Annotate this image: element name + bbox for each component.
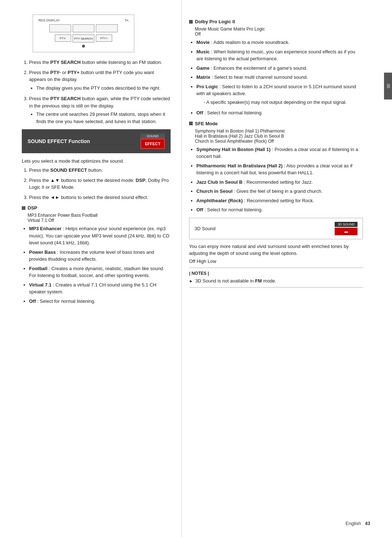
pty-search-bold1: PTY SEARCH bbox=[50, 60, 81, 65]
page-number: 43 bbox=[365, 521, 370, 526]
btn-empty3 bbox=[96, 24, 118, 32]
sound-button-top: SOUND bbox=[140, 134, 165, 139]
dolby-title: Dolby Pro Logic II bbox=[195, 19, 235, 24]
dsp-modes-row2: Virtual 7.1 Off bbox=[28, 218, 171, 223]
dolby-section-header: Dolby Pro Logic II bbox=[189, 19, 363, 24]
sfe-church: Church in Seoul : Gives the feel of bein… bbox=[196, 188, 363, 195]
sfe-off: Off : Select for normal listening. bbox=[196, 206, 363, 213]
step-2: Press the PTY- or PTY+ button until the … bbox=[29, 69, 171, 92]
step2-bullet: The display gives you the PTY codes desc… bbox=[36, 85, 171, 92]
chapter-number: 05 bbox=[386, 84, 391, 88]
sound-3d-box: 3D Sound 3D SOUND ▬ bbox=[189, 218, 363, 239]
btn-pty-plus: PTY+ bbox=[96, 34, 112, 42]
sfe-title: SFE Mode bbox=[195, 121, 218, 126]
dolby-square-icon bbox=[189, 20, 193, 24]
sfe-rock: Amphitheater (Rock) : Recommended settin… bbox=[196, 197, 363, 204]
sound-effect-box: SOUND EFFECT Function SOUND EFFECT bbox=[22, 129, 171, 153]
rds-display-label: RDS DISPLAY bbox=[38, 19, 60, 22]
dsp-bullet-bass: Power Bass : Increases the volume level … bbox=[29, 249, 171, 263]
step-1: Press the PTY SEARCH button while listen… bbox=[29, 59, 171, 66]
sound-3d-button-top: 3D SOUND bbox=[335, 222, 358, 227]
dsp-modes: MP3 Enhancer Power Bass Football Virtual… bbox=[28, 213, 171, 223]
right-column: Dolby Pro Logic II Movie Music Game Matr… bbox=[181, 0, 377, 537]
sound-3d-button[interactable]: ▬ bbox=[335, 228, 358, 235]
dolby-modes-row1: Movie Music Game Matrix Pro Logic bbox=[195, 27, 363, 32]
sound-3d-label: 3D Sound bbox=[195, 226, 216, 231]
dsp-bullets: MP3 Enhancer : Helps enhance your sound … bbox=[29, 225, 171, 305]
sfe-modes-row3: Church in Seoul Amphitheater (Rock) Off bbox=[195, 139, 363, 144]
notes-text-1: 3D Sound is not available in FM mode. bbox=[195, 277, 276, 285]
btn-empty2 bbox=[73, 24, 94, 32]
step-3: Press the PTY SEARCH button again, while… bbox=[29, 95, 171, 125]
side-chapter-tab: 05 Media Play bbox=[384, 73, 392, 99]
pty-plus-bold: PTY+ bbox=[68, 70, 79, 75]
dolby-game: Game : Enhances the excitement of a game… bbox=[196, 65, 363, 72]
sfe-modes-row1: Symphony Hall in Boston (Hall 1) Philhar… bbox=[195, 129, 363, 134]
sound-steps: Press the SOUND EFFECT button. Press the… bbox=[29, 167, 171, 201]
pty-steps: Press the PTY SEARCH button while listen… bbox=[29, 59, 171, 125]
step3-bullet: The centre unit searches 29 preset FM st… bbox=[36, 111, 171, 125]
dolby-off: Off : Select for normal listening. bbox=[196, 109, 363, 117]
sound-step-3: Press the ◄► buttons to select the desir… bbox=[29, 194, 171, 201]
dolby-matrix: Matrix : Select to hear multi channel su… bbox=[196, 74, 363, 81]
dsp-bold: DSP bbox=[136, 178, 146, 183]
sound-effect-label: SOUND EFFECT Function bbox=[28, 138, 90, 144]
dolby-modes: Movie Music Game Matrix Pro Logic Off bbox=[195, 27, 363, 37]
sound-3d-intro: You can enjoy more natural and vivid sur… bbox=[189, 243, 363, 257]
dolby-prologic-sub: A specific speaker(s) may not output dep… bbox=[204, 99, 363, 106]
dsp-section-header: DSP bbox=[22, 205, 171, 211]
up-down-arrows: ▲▼ bbox=[50, 178, 60, 183]
dolby-movie: Movie : Adds realism to a movie soundtra… bbox=[196, 39, 363, 46]
sound-intro: Lets you select a mode that optimizes th… bbox=[22, 158, 171, 164]
notes-item-1: ► 3D Sound is not available in FM mode. bbox=[189, 277, 363, 285]
btn-empty1 bbox=[49, 24, 71, 32]
sfe-jazzclub: Jazz Club in Seoul B : Recommended setti… bbox=[196, 179, 363, 186]
pty-search-bold2: PTY SEARCH bbox=[50, 96, 81, 101]
dolby-modes-row2: Off bbox=[195, 32, 363, 37]
btn-pty-minus: PTY- bbox=[55, 34, 71, 42]
remote-diagram: RDS DISPLAY TA PTY- PTY SEARCH PTY+ bbox=[33, 15, 134, 52]
sound-3d-options: Off High Low bbox=[189, 259, 363, 264]
sfe-hall2: Philharmonic Hall in Bratislava (Hall 2)… bbox=[196, 162, 363, 176]
dsp-square-icon bbox=[22, 206, 25, 210]
left-right-arrows: ◄► bbox=[50, 195, 60, 200]
dolby-prologic: Pro Logic : Select to listen to a 2CH so… bbox=[196, 83, 363, 106]
dolby-bullets: Movie : Adds realism to a movie soundtra… bbox=[196, 39, 363, 117]
sound-effect-bold: SOUND EFFECT bbox=[50, 167, 87, 173]
dsp-title: DSP bbox=[28, 205, 37, 211]
sfe-bullets: Symphony Hall in Boston (Hall 1) : Provi… bbox=[196, 146, 363, 213]
sound-effect-button[interactable]: EFFECT bbox=[140, 139, 165, 149]
notes-title: | NOTES | bbox=[189, 271, 363, 276]
sfe-modes: Symphony Hall in Boston (Hall 1) Philhar… bbox=[195, 129, 363, 144]
sfe-hall1: Symphony Hall in Boston (Hall 1) : Provi… bbox=[196, 146, 363, 160]
notes-arrow-icon: ► bbox=[189, 278, 193, 284]
sound-effect-button-area: SOUND EFFECT bbox=[140, 134, 165, 149]
language-label: English bbox=[346, 521, 361, 526]
dsp-bullet-mp3: MP3 Enhancer : Helps enhance your sound … bbox=[29, 225, 171, 247]
pty-minus-bold: PTY- bbox=[50, 70, 61, 75]
btn-pty-search: PTY SEARCH bbox=[73, 34, 94, 42]
sfe-modes-row2: Hall in Bratislava (Hall 2) Jazz Club in… bbox=[195, 134, 363, 139]
sfe-square-icon bbox=[189, 122, 193, 125]
dsp-bullet-virtual: Virtual 7.1 : Creates a virtual 7.1 CH s… bbox=[29, 281, 171, 296]
left-column: RDS DISPLAY TA PTY- PTY SEARCH PTY+ bbox=[0, 0, 181, 537]
sound-step-1: Press the SOUND EFFECT button. bbox=[29, 167, 171, 174]
sfe-section-header: SFE Mode bbox=[189, 121, 363, 126]
dolby-music: Music : When listening to music, you can… bbox=[196, 48, 363, 62]
remote-dot bbox=[82, 45, 85, 48]
notes-box: | NOTES | ► 3D Sound is not available in… bbox=[189, 268, 363, 288]
page-footer: English 43 bbox=[346, 521, 370, 526]
dsp-bullet-football: Football : Creates a more dynamic, reali… bbox=[29, 265, 171, 279]
sound-step-2: Press the ▲▼ buttons to select the desir… bbox=[29, 177, 171, 191]
dsp-modes-row1: MP3 Enhancer Power Bass Football bbox=[28, 213, 171, 218]
ta-label: TA bbox=[124, 19, 128, 22]
chapter-title: Media Play bbox=[380, 76, 385, 96]
dsp-bullet-off: Off : Select for normal listening. bbox=[29, 298, 171, 305]
sound-3d-button-area: 3D SOUND ▬ bbox=[335, 222, 358, 235]
